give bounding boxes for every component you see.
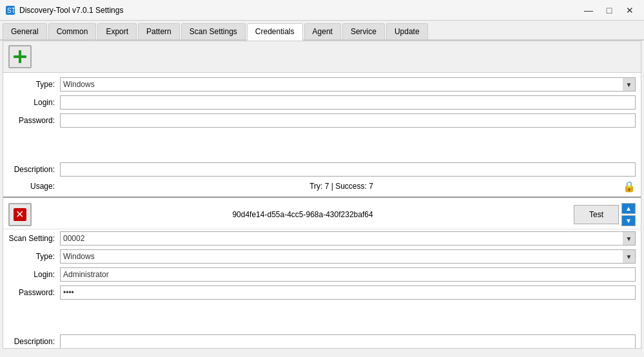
title-bar-left: ST Discovery-Tool v7.0.1 Settings — [5, 5, 123, 15]
tab-update[interactable]: Update — [386, 23, 428, 39]
type-row-1: Type: Windows Linux SNMP SSH ▼ — [3, 75, 641, 93]
type-select-1[interactable]: Windows Linux SNMP SSH — [60, 77, 636, 92]
test-button-2[interactable]: Test — [574, 205, 619, 224]
type-select-2[interactable]: Windows Linux SNMP SSH — [60, 249, 636, 264]
password-label-2: Password: — [8, 288, 60, 297]
up-button-2[interactable]: ▲ — [621, 203, 636, 214]
scan-setting-select-wrapper-2: 00002 ▼ — [60, 231, 636, 246]
description-row-1: Description: — [3, 160, 641, 179]
tab-common[interactable]: Common — [48, 23, 97, 39]
description-label-1: Description: — [8, 165, 60, 174]
type-label-2: Type: — [8, 252, 60, 261]
login-input-2[interactable] — [60, 267, 636, 282]
password-row-1: Password: — [3, 111, 641, 130]
description-label-2: Description: — [8, 337, 60, 346]
tab-export[interactable]: Export — [97, 23, 137, 39]
content-area: Type: Windows Linux SNMP SSH ▼ Login: Pa… — [3, 41, 641, 349]
maximize-button[interactable]: □ — [600, 3, 618, 17]
svg-text:✕: ✕ — [15, 209, 24, 220]
add-credential-button[interactable] — [8, 45, 32, 68]
minimize-button[interactable]: — — [580, 3, 598, 17]
tab-pattern[interactable]: Pattern — [138, 23, 180, 39]
title-bar-controls: — □ ✕ — [580, 3, 639, 17]
lock-icon-1: 🔒 — [623, 180, 636, 193]
toolbar — [3, 41, 641, 73]
close-button[interactable]: ✕ — [621, 3, 639, 17]
tab-general[interactable]: General — [3, 23, 47, 39]
scan-setting-select-2[interactable]: 00002 — [60, 231, 636, 246]
password-input-1[interactable] — [60, 113, 636, 128]
delete-button-2[interactable]: ✕ — [8, 203, 32, 226]
down-button-2[interactable]: ▼ — [621, 215, 636, 226]
login-label-2: Login: — [8, 270, 60, 279]
type-select-wrapper-2: Windows Linux SNMP SSH ▼ — [60, 249, 636, 264]
guid-text-2: 90d4fe14-d55a-4cc5-968a-430f232baf64 — [34, 210, 571, 219]
entry-toolbar-2: ✕ 90d4fe14-d55a-4cc5-968a-430f232baf64 T… — [3, 200, 641, 229]
description-row-2: Description: — [3, 333, 641, 349]
spacer-2 — [3, 302, 641, 333]
scan-setting-label-2: Scan Setting: — [8, 234, 60, 243]
title-bar: ST Discovery-Tool v7.0.1 Settings — □ ✕ — [0, 0, 644, 21]
description-input-2[interactable] — [60, 334, 636, 349]
password-label-1: Password: — [8, 116, 60, 125]
tab-agent[interactable]: Agent — [304, 23, 341, 39]
tab-bar: General Common Export Pattern Scan Setti… — [0, 21, 644, 41]
password-row-2: Password: — [3, 284, 641, 302]
usage-row-1: Usage: Try: 7 | Success: 7 🔒 — [3, 179, 641, 194]
tab-service[interactable]: Service — [342, 23, 385, 39]
password-input-2[interactable] — [60, 285, 636, 300]
login-row-2: Login: — [3, 265, 641, 284]
svg-rect-3 — [19, 50, 21, 63]
scan-setting-row-2: Scan Setting: 00002 ▼ — [3, 229, 641, 247]
usage-text-1: Try: 7 | Success: 7 — [60, 182, 623, 191]
app-icon: ST — [5, 5, 15, 15]
credential-panel-1: Type: Windows Linux SNMP SSH ▼ Login: Pa… — [3, 73, 641, 198]
tab-scan-settings[interactable]: Scan Settings — [181, 23, 246, 39]
description-input-1[interactable] — [60, 162, 636, 177]
login-label-1: Login: — [8, 98, 60, 107]
type-label-1: Type: — [8, 80, 60, 89]
up-down-buttons-2: ▲ ▼ — [621, 203, 636, 226]
type-row-2: Type: Windows Linux SNMP SSH ▼ — [3, 247, 641, 265]
spacer-1 — [3, 130, 641, 160]
login-input-1[interactable] — [60, 95, 636, 110]
svg-text:ST: ST — [7, 7, 15, 14]
window-title: Discovery-Tool v7.0.1 Settings — [19, 6, 123, 15]
login-row-1: Login: — [3, 93, 641, 111]
type-select-wrapper-1: Windows Linux SNMP SSH ▼ — [60, 77, 636, 92]
tab-credentials[interactable]: Credentials — [247, 23, 303, 41]
credential-panel-2: ✕ 90d4fe14-d55a-4cc5-968a-430f232baf64 T… — [3, 198, 641, 349]
usage-label-1: Usage: — [8, 182, 60, 191]
